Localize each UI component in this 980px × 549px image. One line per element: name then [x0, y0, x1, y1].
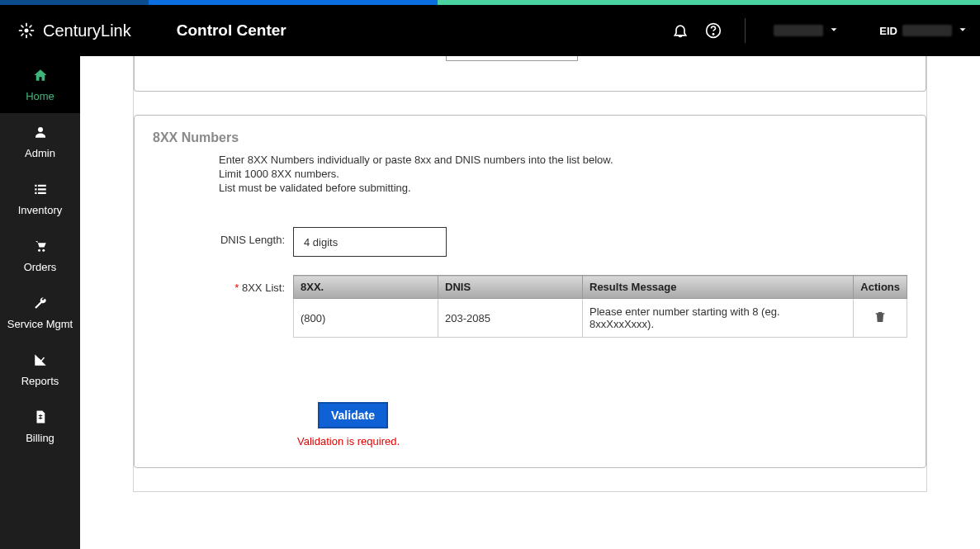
col-8xx: 8XX. — [294, 276, 438, 299]
help-icon[interactable] — [705, 22, 722, 39]
chevron-down-icon — [957, 24, 968, 38]
app-title: Control Center — [177, 21, 286, 40]
brand-logo[interactable]: CenturyLink — [18, 21, 131, 40]
eightxx-panel: 8XX Numbers Enter 8XX Numbers individual… — [134, 115, 926, 468]
header: CenturyLink Control Center EID — [0, 5, 980, 56]
main-content: ANI: Real Time ANI Requested: Yes No 8XX… — [80, 56, 980, 549]
decorative-stripe — [0, 0, 980, 5]
eid-menu[interactable]: EID — [868, 24, 968, 38]
svg-rect-16 — [35, 192, 36, 194]
col-actions: Actions — [854, 276, 907, 299]
user-menu[interactable] — [774, 24, 840, 38]
ani-input[interactable] — [446, 56, 578, 61]
sidebar-item-label: Home — [26, 90, 54, 102]
svg-point-19 — [42, 249, 45, 252]
eid-value-redacted — [902, 25, 952, 36]
svg-rect-2 — [26, 35, 27, 38]
col-results: Results Message — [583, 276, 854, 299]
svg-rect-6 — [21, 33, 24, 36]
sidebar-item-inventory[interactable]: Inventory — [0, 170, 80, 227]
eightxx-table-wrap: 8XX. DNIS Results Message Actions (800) — [293, 275, 907, 338]
chevron-down-icon — [828, 24, 840, 38]
sidebar-item-label: Billing — [26, 432, 54, 444]
list-icon — [3, 182, 77, 199]
svg-rect-8 — [29, 33, 32, 36]
instruction-line: List must be validated before submitting… — [153, 182, 907, 194]
svg-point-11 — [38, 127, 43, 132]
sidebar: Home Admin Inventory Orders Service Mgmt… — [0, 56, 80, 549]
svg-point-18 — [38, 249, 40, 252]
bell-icon[interactable] — [672, 22, 689, 39]
eightxx-title: 8XX Numbers — [153, 130, 907, 145]
instruction-line: Limit 1000 8XX numbers. — [153, 168, 907, 180]
validate-button[interactable]: Validate — [318, 402, 388, 428]
svg-point-10 — [713, 34, 714, 35]
table-row: (800) 203-2085 Please enter number start… — [294, 299, 907, 338]
svg-rect-12 — [35, 185, 36, 187]
svg-rect-17 — [38, 192, 46, 194]
header-divider — [745, 18, 746, 43]
svg-rect-3 — [19, 30, 22, 31]
eightxx-table: 8XX. DNIS Results Message Actions (800) — [293, 275, 907, 338]
sidebar-item-home[interactable]: Home — [0, 56, 80, 113]
chart-icon — [3, 353, 77, 370]
home-icon — [3, 68, 77, 85]
svg-point-0 — [25, 29, 29, 33]
sidebar-item-label: Reports — [21, 375, 59, 387]
sidebar-item-service-mgmt[interactable]: Service Mgmt — [0, 284, 80, 341]
cell-dnis[interactable]: 203-2085 — [438, 299, 583, 338]
sidebar-item-admin[interactable]: Admin — [0, 113, 80, 170]
dnis-length-label: DNIS Length: — [153, 227, 293, 246]
sidebar-item-label: Admin — [25, 147, 55, 159]
sidebar-item-label: Orders — [24, 261, 57, 273]
invoice-icon — [3, 409, 77, 427]
svg-rect-7 — [21, 25, 24, 28]
sidebar-item-label: Inventory — [18, 204, 62, 216]
dnis-length-select[interactable]: 4 digits — [293, 227, 447, 257]
sidebar-item-orders[interactable]: Orders — [0, 227, 80, 284]
validation-message: Validation is required. — [297, 435, 907, 447]
cell-8xx[interactable]: (800) — [294, 299, 438, 338]
eid-label: EID — [879, 25, 897, 37]
user-name-redacted — [774, 25, 823, 36]
top-panel: ANI: Real Time ANI Requested: Yes No — [134, 56, 926, 92]
svg-rect-13 — [38, 185, 46, 187]
svg-rect-4 — [31, 30, 34, 31]
user-icon — [3, 125, 77, 142]
svg-rect-15 — [38, 188, 46, 190]
instruction-line: Enter 8XX Numbers individually or paste … — [153, 154, 907, 166]
svg-rect-1 — [26, 23, 27, 26]
sidebar-item-reports[interactable]: Reports — [0, 341, 80, 398]
col-dnis: DNIS — [438, 276, 583, 299]
svg-rect-14 — [35, 188, 36, 190]
starburst-icon — [18, 22, 35, 39]
sidebar-item-label: Service Mgmt — [7, 318, 73, 330]
svg-rect-5 — [29, 25, 32, 28]
table-header-row: 8XX. DNIS Results Message Actions — [294, 276, 907, 299]
trash-icon[interactable] — [873, 315, 887, 327]
eightxx-list-label: * 8XX List: — [153, 275, 293, 294]
brand-name: CenturyLink — [43, 21, 131, 40]
cart-icon — [3, 239, 77, 256]
wrench-icon — [3, 296, 77, 313]
cell-results: Please enter number starting with 8 (eg.… — [583, 299, 854, 338]
required-asterisk: * — [234, 282, 242, 294]
sidebar-item-billing[interactable]: Billing — [0, 398, 80, 455]
